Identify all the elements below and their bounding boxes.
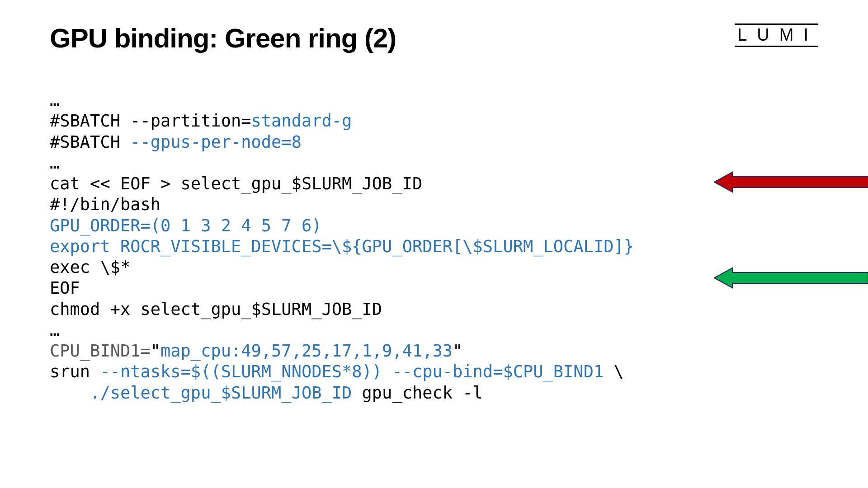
green-arrow-icon (714, 267, 868, 289)
code-block: … #SBATCH --partition=standard-g #SBATCH… (50, 90, 818, 404)
slide-title: GPU binding: Green ring (2) (50, 23, 818, 54)
code-line: export ROCR_VISIBLE_DEVICES=\${GPU_ORDER… (50, 237, 634, 256)
code-line: #SBATCH --partition=standard-g (50, 111, 352, 131)
code-line: … (50, 153, 60, 173)
code-line: … (50, 90, 60, 110)
code-line: … (50, 320, 60, 340)
code-line: GPU_ORDER=(0 1 3 2 4 5 7 6) (50, 216, 321, 235)
code-line: srun --ntasks=$((SLURM_NNODES*8)) --cpu-… (50, 362, 624, 381)
code-line: CPU_BIND1="map_cpu:49,57,25,17,1,9,41,33… (50, 341, 462, 361)
svg-marker-1 (714, 268, 868, 288)
lumi-logo: LUMI (735, 23, 818, 47)
code-line: chmod +x select_gpu_$SLURM_JOB_ID (50, 300, 382, 319)
code-line: exec \$* (50, 258, 130, 277)
svg-marker-0 (714, 172, 868, 192)
code-line: ./select_gpu_$SLURM_JOB_ID gpu_check -l (50, 383, 483, 403)
code-line: #SBATCH --gpus-per-node=8 (50, 132, 302, 152)
code-line: cat << EOF > select_gpu_$SLURM_JOB_ID (50, 174, 422, 193)
code-line: #!/bin/bash (50, 195, 160, 214)
red-arrow-icon (714, 171, 868, 193)
code-line: EOF (50, 278, 80, 298)
